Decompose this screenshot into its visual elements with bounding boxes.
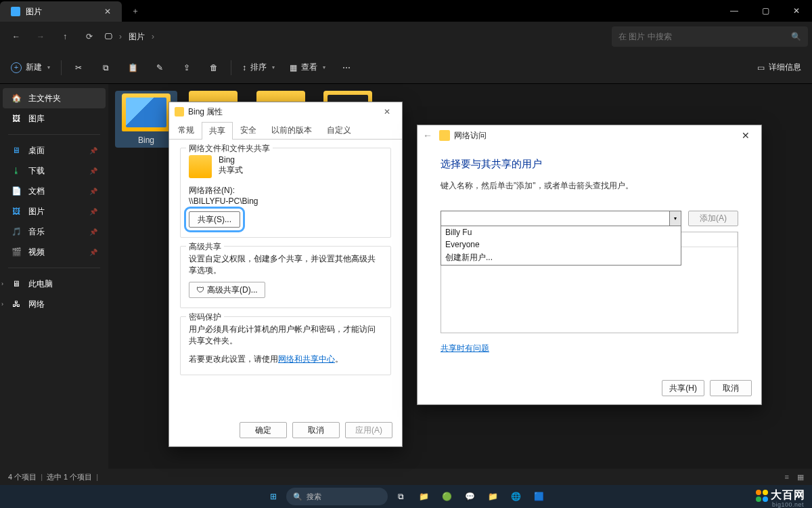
user-input[interactable] — [441, 211, 669, 226]
dialog-header[interactable]: ← 网络访问 ✕ — [418, 125, 761, 146]
minimize-button[interactable]: ― — [719, 0, 750, 22]
tab-share[interactable]: 共享 — [202, 122, 233, 140]
cut-button[interactable]: ✂ — [66, 56, 91, 79]
cancel-button[interactable]: 取消 — [292, 422, 340, 438]
selection-count: 选中 1 个项目 — [47, 472, 92, 482]
share-confirm-button[interactable]: 共享(H) — [662, 380, 704, 396]
apply-button[interactable]: 应用(A) — [345, 422, 392, 438]
paste-button[interactable]: 📋 — [120, 56, 145, 79]
chevron-right-icon: › — [119, 32, 122, 41]
monitor-icon: 🖵 — [104, 32, 112, 41]
dialog-footer: 共享(H) 取消 — [662, 380, 752, 396]
path-label: 网络路径(N): — [189, 185, 382, 196]
task-view-button[interactable]: ⧉ — [390, 486, 411, 507]
dialog-body: 选择要与其共享的用户 键入名称，然后单击"添加"，或者单击箭头查找用户。 ▾ B… — [418, 146, 761, 354]
folder-icon — [189, 155, 212, 178]
tray-chevron-icon[interactable]: ^ — [775, 492, 778, 501]
network-icon: 🖧 — [11, 299, 22, 309]
video-icon: 🎬 — [11, 247, 22, 257]
pc-icon: 🖥 — [11, 279, 22, 289]
sidebar-item-pictures[interactable]: 🖼图片📌 — [3, 201, 106, 221]
cancel-button[interactable]: 取消 — [710, 380, 752, 396]
view-grid-icon[interactable]: ▦ — [797, 473, 804, 482]
sort-button[interactable]: ↕ 排序 ▾ — [235, 56, 281, 79]
forward-button[interactable]: → — [28, 24, 53, 49]
sidebar-item-videos[interactable]: 🎬视频📌 — [3, 242, 106, 262]
sidebar-item-network[interactable]: ›🖧网络 — [3, 294, 106, 314]
taskbar-app[interactable]: 💬 — [459, 486, 480, 507]
rename-button[interactable]: ✎ — [147, 56, 173, 79]
network-center-link[interactable]: 网络和共享中心 — [278, 354, 335, 364]
sidebar-item-downloads[interactable]: ⭳下载📌 — [3, 161, 106, 181]
share-button[interactable]: 共享(S)... — [189, 211, 240, 228]
new-button[interactable]: + 新建 ▾ — [4, 56, 57, 79]
sidebar-item-thispc[interactable]: ›🖥此电脑 — [3, 274, 106, 294]
sidebar-item-gallery[interactable]: 🖼图库 — [3, 108, 106, 129]
taskbar-search[interactable]: 🔍搜索 — [286, 488, 388, 505]
gallery-icon: 🖼 — [11, 114, 22, 123]
close-button[interactable]: ✕ — [736, 130, 756, 141]
tab-security[interactable]: 安全 — [233, 121, 264, 139]
new-tab-button[interactable]: ＋ — [122, 0, 149, 22]
dialog-titlebar[interactable]: Bing 属性 ✕ — [169, 102, 402, 121]
sharing-problem-link[interactable]: 共享时有问题 — [441, 343, 489, 354]
nav-toolbar: ← → ↑ ⟳ 🖵 › 图片 › 🔍 — [0, 22, 812, 51]
start-button[interactable]: ⊞ — [263, 486, 284, 507]
up-button[interactable]: ↑ — [53, 24, 77, 49]
view-button[interactable]: ▦ 查看 ▾ — [283, 56, 332, 79]
sidebar-item-home[interactable]: 🏠主文件夹 — [3, 88, 106, 108]
dropdown-option[interactable]: Billy Fu — [441, 226, 681, 238]
advanced-share-button[interactable]: 🛡高级共享(D)... — [189, 282, 265, 298]
search-box[interactable]: 🔍 — [612, 26, 808, 47]
divider — [61, 60, 62, 75]
taskbar-app[interactable]: 🟦 — [528, 486, 549, 507]
chevron-down-icon[interactable]: ▾ — [669, 211, 681, 226]
tab-custom[interactable]: 自定义 — [319, 121, 359, 139]
taskbar-app[interactable]: 📁 — [413, 486, 434, 507]
pin-icon: 📌 — [89, 147, 97, 154]
sidebar-label: 音乐 — [28, 226, 45, 238]
sidebar-item-documents[interactable]: 📄文档📌 — [3, 181, 106, 201]
breadcrumb[interactable]: 🖵 › 图片 › — [104, 31, 154, 43]
taskbar-app[interactable]: 🌐 — [505, 486, 526, 507]
chevron-right-icon: › — [152, 32, 154, 41]
document-icon: 📄 — [11, 186, 22, 196]
view-list-icon[interactable]: ≡ — [785, 473, 789, 481]
tab-pictures[interactable]: 图片 ✕ — [0, 1, 122, 22]
ime-lang[interactable]: 英 — [785, 492, 792, 502]
breadcrumb-item[interactable]: 图片 — [129, 31, 145, 43]
add-button[interactable]: 添加(A) — [688, 211, 738, 226]
details-button[interactable]: ▭ 详细信息 — [750, 56, 808, 79]
status-bar: 4 个项目 | 选中 1 个项目 | ≡ ▦ — [0, 469, 812, 485]
sidebar: 🏠主文件夹 🖼图库 🖥桌面📌 ⭳下载📌 📄文档📌 🖼图片📌 🎵音乐📌 🎬视频📌 … — [0, 84, 108, 475]
search-input[interactable] — [618, 32, 791, 41]
copy-button[interactable]: ⧉ — [93, 56, 118, 79]
dropdown-option[interactable]: 创建新用户... — [441, 251, 681, 265]
tab-close-icon[interactable]: ✕ — [104, 7, 111, 16]
more-button[interactable]: ⋯ — [334, 56, 359, 79]
taskbar-app[interactable]: 🟢 — [436, 486, 457, 507]
dialog-title: 网络访问 — [454, 130, 487, 142]
tab-general[interactable]: 常规 — [171, 121, 202, 139]
delete-button[interactable]: 🗑 — [201, 56, 227, 79]
system-tray[interactable]: ^ 英 拼 — [775, 492, 807, 502]
share-button[interactable]: ⇪ — [174, 56, 200, 79]
close-button[interactable]: ✕ — [781, 0, 812, 22]
sidebar-label: 主文件夹 — [28, 93, 61, 104]
maximize-button[interactable]: ▢ — [750, 0, 781, 22]
back-button[interactable]: ← — [4, 24, 28, 49]
taskbar-app[interactable]: 📁 — [482, 486, 503, 507]
user-combobox[interactable]: ▾ Billy Fu Everyone 创建新用户... — [441, 211, 681, 226]
tab-versions[interactable]: 以前的版本 — [264, 121, 319, 139]
ok-button[interactable]: 确定 — [240, 422, 287, 438]
details-label: 详细信息 — [769, 62, 801, 73]
dialog-footer: 确定 取消 应用(A) — [240, 422, 392, 438]
refresh-button[interactable]: ⟳ — [77, 24, 102, 49]
back-button[interactable]: ← — [423, 130, 432, 141]
close-button[interactable]: ✕ — [378, 107, 397, 117]
ime-mode[interactable]: 拼 — [799, 492, 807, 502]
sidebar-item-music[interactable]: 🎵音乐📌 — [3, 221, 106, 242]
dropdown-option[interactable]: Everyone — [441, 238, 681, 251]
sidebar-item-desktop[interactable]: 🖥桌面📌 — [3, 140, 106, 161]
folder-icon — [439, 130, 450, 141]
